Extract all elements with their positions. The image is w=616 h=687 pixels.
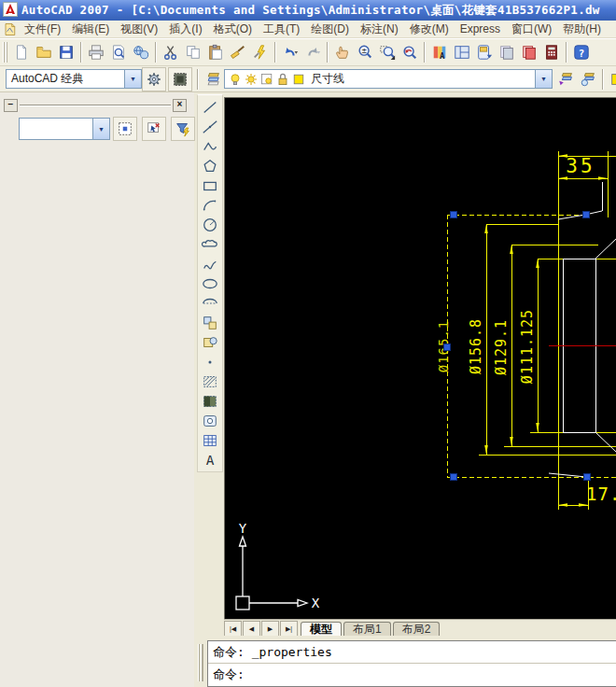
undo-icon[interactable]	[279, 41, 301, 63]
insert-block-icon[interactable]	[200, 313, 220, 332]
menu-item-9[interactable]: 修改(M)	[404, 21, 455, 36]
last-tab-button[interactable]: ▶|	[280, 621, 298, 637]
construction-line-icon[interactable]	[200, 117, 220, 136]
rectangle-icon[interactable]	[200, 175, 220, 195]
make-block-icon[interactable]	[200, 332, 220, 352]
palette-minimize-button[interactable]: −	[4, 99, 18, 112]
polyline-icon[interactable]	[200, 136, 220, 156]
polygon-icon[interactable]	[200, 156, 220, 175]
tab-模型[interactable]: 模型	[301, 622, 342, 637]
markup-manager-icon[interactable]	[518, 41, 540, 63]
quickcalc-icon[interactable]	[540, 41, 563, 63]
menu-item-4[interactable]: 插入(I)	[163, 21, 207, 36]
match-properties-icon[interactable]	[227, 41, 249, 63]
block-editor-icon[interactable]	[249, 41, 272, 63]
layer-freeze-sun-icon[interactable]	[244, 72, 259, 87]
menu-item-6[interactable]: 工具(T)	[258, 21, 305, 36]
layer-lock-icon[interactable]	[275, 72, 290, 87]
table-icon[interactable]	[200, 430, 220, 450]
gradient-icon[interactable]	[200, 391, 220, 411]
redo-icon[interactable]	[301, 41, 324, 63]
grip[interactable]	[583, 212, 590, 218]
menu-item-3[interactable]: 视图(V)	[115, 21, 163, 36]
designcenter-icon[interactable]	[451, 41, 473, 63]
grip[interactable]	[451, 212, 457, 218]
ucs-x-label: X	[312, 596, 320, 610]
next-tab-button[interactable]: ▶	[261, 621, 279, 637]
command-text-area[interactable]: 命令: _properties 命令:	[207, 640, 616, 687]
help-icon[interactable]: ?	[570, 41, 593, 63]
ellipse-icon[interactable]	[200, 273, 220, 293]
save-icon[interactable]	[55, 41, 77, 63]
menu-item-12[interactable]: 帮助(H)	[557, 21, 607, 36]
toggle-pickadd-icon[interactable]	[113, 117, 137, 141]
open-file-icon[interactable]	[33, 41, 55, 63]
spline-icon[interactable]	[200, 254, 220, 273]
select-objects-icon[interactable]	[142, 117, 166, 141]
tab-布局2[interactable]: 布局2	[393, 622, 441, 637]
layer-states-manager-icon[interactable]	[577, 68, 599, 91]
drawing-file-icon[interactable]	[0, 21, 19, 36]
layer-previous-icon[interactable]	[554, 68, 577, 91]
grip[interactable]	[444, 344, 451, 351]
object-type-combobox[interactable]: ▼	[19, 118, 110, 140]
new-file-icon[interactable]	[10, 41, 33, 63]
quick-select-icon[interactable]	[171, 117, 195, 141]
my-workspace-icon[interactable]	[168, 67, 192, 91]
paste-icon[interactable]	[204, 41, 227, 63]
circle-icon[interactable]	[200, 215, 220, 234]
drawing-canvas[interactable]: 35 17.2 Ø156.8 Ø129.1 Ø111.125 Ø165.1	[224, 97, 616, 619]
region-icon[interactable]	[200, 411, 220, 430]
menu-item-11[interactable]: 窗口(W)	[506, 21, 557, 36]
copy-icon[interactable]	[182, 41, 204, 63]
toolbar-grip[interactable]	[3, 42, 7, 63]
color-swatch-yellow-icon[interactable]	[607, 68, 616, 91]
point-icon[interactable]	[200, 352, 220, 372]
layer-combobox[interactable]: 尺寸线 ▼	[224, 69, 553, 89]
hatch-icon[interactable]	[200, 372, 220, 391]
plot-preview-icon[interactable]	[107, 41, 130, 63]
tool-palettes-icon[interactable]	[473, 41, 496, 63]
plot-icon[interactable]	[85, 41, 107, 63]
standard-toolbar: ±A?	[0, 38, 616, 66]
ellipse-arc-icon[interactable]	[200, 293, 220, 313]
sheetset-manager-icon[interactable]	[496, 41, 518, 63]
layer-color-swatch-icon[interactable]	[291, 72, 306, 87]
layer-on-bulb-icon[interactable]	[228, 72, 243, 87]
cut-icon[interactable]	[160, 41, 182, 63]
palette-title-groove[interactable]	[20, 105, 171, 106]
command-window-grip[interactable]	[198, 644, 203, 681]
first-tab-button[interactable]: |◀	[224, 621, 242, 637]
menu-item-8[interactable]: 标注(N)	[355, 21, 404, 36]
line-icon[interactable]	[200, 97, 220, 117]
revision-cloud-icon[interactable]	[200, 234, 220, 254]
properties-icon[interactable]: A	[428, 41, 451, 63]
arc-icon[interactable]	[200, 195, 220, 215]
menu-item-2[interactable]: 编辑(E)	[66, 21, 115, 36]
chevron-down-icon[interactable]: ▼	[124, 70, 141, 88]
workspace-settings-icon[interactable]	[142, 67, 166, 91]
chevron-down-icon[interactable]: ▼	[535, 70, 552, 88]
publish-icon[interactable]	[130, 41, 152, 63]
prev-tab-button[interactable]: ◀	[243, 621, 260, 637]
menu-item-7[interactable]: 绘图(D)	[305, 21, 355, 36]
layer-vp-freeze-sun-icon[interactable]	[259, 72, 274, 87]
dim-text-top-width: 35	[566, 155, 595, 177]
pan-icon[interactable]	[331, 41, 354, 63]
grip[interactable]	[584, 474, 591, 481]
command-prompt-line[interactable]: 命令:	[208, 663, 616, 685]
zoom-realtime-icon[interactable]: ±	[354, 41, 376, 63]
multiline-text-icon[interactable]: A	[200, 450, 220, 470]
chevron-down-icon[interactable]: ▼	[92, 119, 109, 139]
menu-item-5[interactable]: 格式(O)	[208, 21, 258, 36]
workspace-combobox[interactable]: AutoCAD 经典 ▼	[6, 69, 142, 89]
zoom-previous-icon[interactable]	[399, 41, 421, 63]
menu-item-10[interactable]: Express	[455, 21, 506, 36]
dimension-texts: 35 17.2 Ø156.8 Ø129.1 Ø111.125 Ø165.1	[436, 155, 616, 504]
grip[interactable]	[451, 474, 457, 481]
zoom-window-icon[interactable]	[376, 41, 399, 63]
layer-properties-manager-icon[interactable]	[202, 68, 224, 91]
palette-close-button[interactable]: ×	[173, 99, 187, 112]
tab-布局1[interactable]: 布局1	[343, 622, 391, 637]
menu-item-1[interactable]: 文件(F)	[19, 21, 66, 36]
